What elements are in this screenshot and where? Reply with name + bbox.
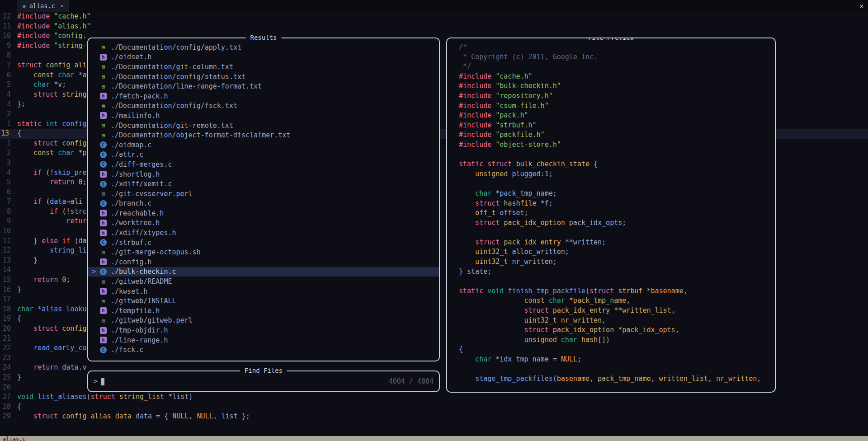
text-file-icon: ▤ (100, 73, 107, 80)
shell-script-file-icon: ▤ (100, 249, 107, 256)
result-item[interactable]: ▤./Documentation/git-column.txt (88, 62, 439, 72)
line-number: 11 (0, 22, 11, 32)
line-number: 5 (0, 178, 11, 188)
result-item[interactable]: C./attr.c (88, 150, 439, 160)
c-header-file-icon: h (100, 171, 107, 178)
preview-code-line: uint32_t nr_written, (453, 316, 775, 326)
tabline-close-icon[interactable]: ✕ (860, 2, 863, 9)
result-item[interactable]: h./tempfile.h (88, 306, 439, 316)
result-item[interactable]: ▤./gitweb/gitweb.perl (88, 316, 439, 326)
result-item-path: ./gitweb/INSTALL (111, 297, 176, 305)
selected-item-caret (92, 239, 100, 247)
line-number: 6 (0, 70, 11, 80)
preview-code-line: unsigned plugged:1; (453, 169, 775, 179)
result-item[interactable]: h./line-range.h (88, 335, 439, 345)
result-item[interactable]: h./xdiff/xtypes.h (88, 228, 439, 238)
tab-close-icon[interactable]: ✕ (61, 3, 64, 9)
line-number: 26 (0, 383, 11, 393)
find-files-input[interactable]: > 4004 / 4004 (88, 371, 439, 391)
c-source-file-icon: C (100, 239, 107, 246)
result-item[interactable]: h./reachable.h (88, 208, 439, 218)
result-item-path: ./gitweb/gitweb.perl (111, 316, 193, 324)
selected-item-caret (92, 336, 100, 344)
result-item[interactable]: ▤./Documentation/config/fsck.txt (88, 101, 439, 111)
result-item[interactable]: C./oidmap.c (88, 140, 439, 150)
result-item[interactable]: h./config.h (88, 257, 439, 267)
line-number: 23 (0, 353, 11, 363)
selected-item-caret (92, 43, 100, 52)
preview-code-line (453, 365, 775, 375)
results-window: Results ▤./Documentation/config/apply.tx… (87, 38, 440, 361)
result-item[interactable]: ▤./git-cvsserver.perl (88, 189, 439, 199)
line-number: 24 (0, 363, 11, 373)
line-number: 13 (0, 129, 11, 139)
result-item[interactable]: C./xdiff/xemit.c (88, 179, 439, 189)
preview-code-line: * Copyright (c) 2011, Google Inc. (453, 52, 775, 62)
result-item-path: ./shortlog.h (111, 170, 160, 178)
result-item[interactable]: h./kwset.h (88, 286, 439, 296)
c-header-file-icon: h (100, 230, 107, 236)
preview-code-line (453, 179, 775, 189)
result-item-path: ./kwset.h (111, 287, 147, 296)
preview-code-line: char *pack_tmp_name; (453, 189, 775, 199)
result-item[interactable]: ▤./Documentation/git-remote.txt (88, 121, 439, 131)
code-line: 27void list_aliases(struct string_list *… (0, 392, 868, 402)
result-item[interactable]: C./strbuf.c (88, 238, 439, 248)
preview-code-line: struct pack_idx_option pack_idx_opts; (453, 218, 775, 228)
line-number: 9 (0, 41, 11, 51)
result-item-path: ./Documentation/line-range-format.txt (111, 82, 262, 90)
result-item-path: ./Documentation/config/fsck.txt (111, 102, 237, 110)
result-item[interactable]: h./shortlog.h (88, 169, 439, 179)
result-item[interactable]: h./worktree.h (88, 218, 439, 228)
result-item[interactable]: h./mailinfo.h (88, 111, 439, 121)
result-item[interactable]: ▤./Documentation/line-range-format.txt (88, 81, 439, 91)
result-item[interactable]: ▤./gitweb/INSTALL (88, 296, 439, 306)
result-item[interactable]: ▤./Documentation/config/apply.txt (88, 42, 439, 52)
selected-item-caret (92, 307, 100, 315)
c-source-file-icon: C (100, 151, 107, 158)
line-number: 25 (0, 373, 11, 383)
result-item[interactable]: >C./bulk-checkin.c (88, 267, 439, 277)
selected-item-caret (92, 150, 100, 159)
line-number: 4 (0, 90, 11, 100)
result-item[interactable]: h./oidset.h (88, 52, 439, 62)
preview-code-line (453, 228, 775, 238)
line-number: 9 (0, 216, 11, 226)
result-item[interactable]: h./fetch-pack.h (88, 91, 439, 101)
text-file-icon: ▤ (100, 132, 107, 139)
selected-item-caret (92, 190, 100, 198)
result-item[interactable]: C./branch.c (88, 199, 439, 209)
perl-file-icon: ▤ (100, 317, 107, 324)
result-item-path: ./attr.c (111, 150, 143, 159)
preview-code-line: struct pack_idx_entry **written; (453, 238, 775, 248)
text-file-icon: ▤ (100, 83, 107, 90)
line-number: 22 (0, 343, 11, 353)
result-item[interactable]: C./fsck.c (88, 345, 439, 355)
line-number: 2 (0, 148, 11, 158)
result-item[interactable]: ▤./gitweb/README (88, 277, 439, 286)
line-number: 10 (0, 226, 11, 236)
result-item[interactable]: h./tmp-objdir.h (88, 325, 439, 335)
c-header-file-icon: h (100, 112, 107, 119)
result-item-path: ./tempfile.h (111, 307, 160, 315)
find-files-title: Find Files (240, 367, 287, 374)
line-number: 5 (0, 80, 11, 90)
result-item-path: ./bulk-checkin.c (111, 267, 176, 276)
result-item[interactable]: ▤./git-merge-octopus.sh (88, 247, 439, 257)
result-item[interactable]: C./diff-merges.c (88, 160, 439, 169)
line-number: 7 (0, 197, 11, 207)
line-number: 3 (0, 158, 11, 168)
result-item-path: ./strbuf.c (111, 239, 151, 247)
preview-code-line: struct hashfile *f; (453, 199, 775, 209)
result-item[interactable]: ▤./Documentation/object-format-disclaime… (88, 130, 439, 140)
result-item-path: ./git-merge-octopus.sh (111, 248, 201, 256)
text-file-icon: ▤ (100, 103, 107, 109)
result-item[interactable]: ▤./Documentation/config/status.txt (88, 72, 439, 82)
preview-code-line: */ (453, 62, 775, 72)
selected-item-caret (92, 209, 100, 217)
c-header-file-icon: h (100, 93, 107, 99)
tab-alias-c[interactable]: ◉ alias.c ✕ (17, 0, 69, 12)
line-number: 18 (0, 305, 11, 314)
line-number: 4 (0, 168, 11, 178)
result-item-path: ./Documentation/git-remote.txt (111, 122, 233, 130)
